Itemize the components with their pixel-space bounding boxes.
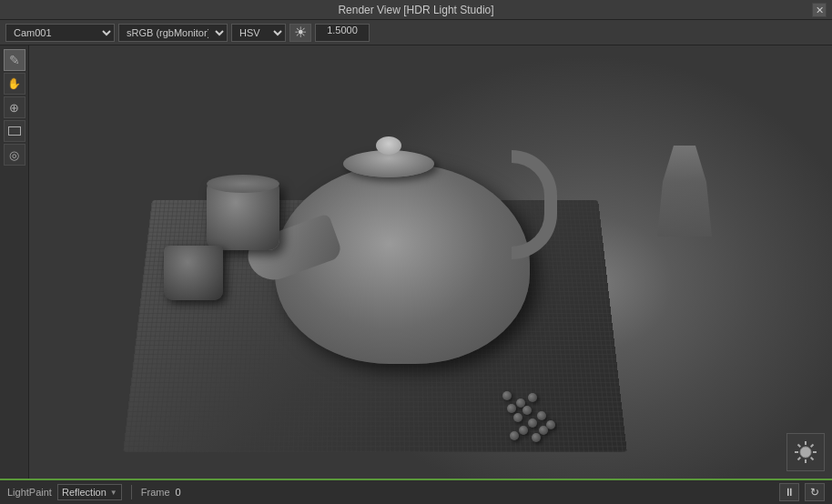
close-button[interactable]: ✕ xyxy=(812,3,827,17)
wheat-decoration xyxy=(657,146,712,237)
title-bar: Render View [HDR Light Studio] ✕ xyxy=(0,0,832,20)
reflection-dropdown[interactable]: Reflection ▼ xyxy=(57,484,122,500)
rect-icon xyxy=(8,126,21,136)
hdr-toggle-button[interactable]: ☀ xyxy=(289,24,311,42)
window-title: Render View [HDR Light Studio] xyxy=(338,4,493,16)
status-bar: LightPaint Reflection ▼ Frame 0 ⏸ ↻ xyxy=(0,479,832,504)
svg-line-8 xyxy=(798,458,801,460)
hdr-studio-button[interactable] xyxy=(786,433,825,471)
mode-select[interactable]: HSV xyxy=(231,24,286,42)
svg-line-6 xyxy=(811,458,814,460)
pause-button[interactable]: ⏸ xyxy=(779,483,799,501)
exposure-value[interactable]: 1.5000 xyxy=(315,24,370,42)
cup-small xyxy=(164,246,223,300)
teapot-knob xyxy=(376,136,401,155)
cup-large xyxy=(207,182,279,250)
toolbar: Cam001 sRGB (rgbMonitor) HSV ☀ 1.5000 xyxy=(0,20,832,45)
svg-line-7 xyxy=(811,445,814,448)
pick-tool-button[interactable]: ◎ xyxy=(4,144,25,166)
pick-icon: ◎ xyxy=(9,148,19,162)
main-area: ✎ ✋ ⊕ ◎ xyxy=(0,45,832,479)
zoom-tool-button[interactable]: ⊕ xyxy=(4,96,25,118)
camera-select[interactable]: Cam001 xyxy=(5,24,115,42)
svg-line-5 xyxy=(798,445,801,448)
pan-icon: ✋ xyxy=(7,77,21,90)
lightpaint-label: LightPaint xyxy=(7,487,52,498)
rect-tool-button[interactable] xyxy=(4,120,25,142)
render-canvas xyxy=(29,45,832,479)
refresh-button[interactable]: ↻ xyxy=(805,483,825,501)
svg-point-0 xyxy=(800,447,811,458)
render-area[interactable] xyxy=(29,45,832,479)
left-toolbar: ✎ ✋ ⊕ ◎ xyxy=(0,45,29,479)
select-icon: ✎ xyxy=(9,53,20,67)
dropdown-arrow: ▼ xyxy=(110,489,117,497)
select-tool-button[interactable]: ✎ xyxy=(4,49,25,71)
zoom-icon: ⊕ xyxy=(9,101,19,115)
sun-icon xyxy=(793,439,818,465)
frame-label: Frame xyxy=(141,487,170,498)
pan-tool-button[interactable]: ✋ xyxy=(4,73,25,95)
colorspace-select[interactable]: sRGB (rgbMonitor) xyxy=(118,24,228,42)
frame-value: 0 xyxy=(176,487,181,498)
reflection-label: Reflection xyxy=(62,487,107,498)
separator xyxy=(131,485,132,499)
